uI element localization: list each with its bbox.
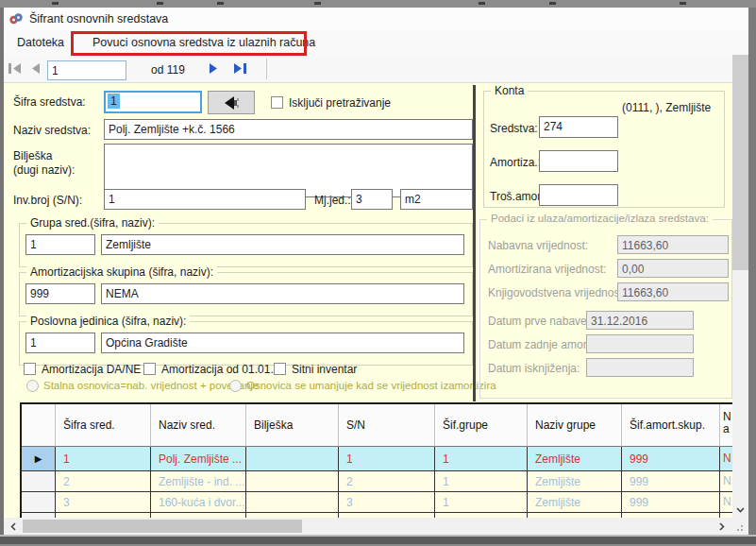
amort-skupina-code-input[interactable]: 999 [25,283,95,304]
poslovna-jedinica-name-input[interactable]: Općina Gradište [101,333,464,353]
grid-cell[interactable]: 999 [622,492,720,513]
window-border-right[interactable] [748,8,756,535]
grid-cell[interactable]: 1 [435,447,528,471]
grid-header-naziv-sred[interactable]: Naziv sred. [151,404,246,447]
grid-cell[interactable]: Polj. Zemljište ... [151,447,246,471]
osnovica-umanjuje-radio[interactable] [229,380,242,392]
grid-header-naziv-grupe[interactable]: Naziv grupe [528,404,622,447]
menu-item-datoteka[interactable]: Datoteka [13,31,68,54]
mj-jed-unit-input[interactable]: m2 [400,189,473,210]
iskljuci-pretrazivanje-checkbox[interactable] [271,96,283,109]
grid-cell[interactable]: 2 [339,471,435,492]
record-position-input[interactable]: 1 [47,60,126,80]
grid-cell[interactable]: 1 [435,492,528,513]
grid-header-sn[interactable]: S/N [339,404,435,447]
scroll-left-button[interactable] [6,520,20,533]
grid-header-sif-amort-skup[interactable]: Šif.amort.skup. [622,404,720,447]
amortizacija-dane-checkbox[interactable] [24,363,36,375]
grid-cell[interactable]: Zemljište - ind. ... [151,471,246,492]
scroll-down-button[interactable] [732,502,748,518]
grid-cell[interactable]: 3 [339,492,435,513]
grid-header-sif-grupe[interactable]: Šif.grupe [435,404,528,447]
grupa-sred-code-input[interactable]: 1 [25,234,95,255]
datum-prve-label: Datum prve nabave: [488,315,590,328]
iskljuci-pretrazivanje-label: Isključi pretraživanje [289,96,391,110]
resize-grip[interactable] [732,520,745,533]
grid-header-sifra-sred[interactable]: Šifra sred. [56,404,151,447]
grid-cell[interactable] [246,471,339,492]
table-row-selected[interactable]: ▶ 1 Polj. Zemljište ... 1 1 Zemljište 99… [22,447,732,471]
grid-cell[interactable]: Zemljište [528,447,622,471]
grupa-sred-name-input[interactable]: Zemljište [101,234,464,255]
row-selector[interactable]: ▶ [22,447,56,471]
lookup-arrow-button[interactable] [208,91,255,114]
record-count-label: od 119 [151,63,185,77]
vertical-scrollbar[interactable] [732,55,748,518]
amortizacija-od-label: Amortizacija od 01.01. [161,363,274,376]
selected-text: 1 [108,94,120,109]
datum-prve-value: 31.12.2016 [586,311,694,330]
sifra-sredstva-input[interactable]: 1 [104,91,202,113]
horizontal-scrollbar[interactable] [4,518,748,535]
grid-cell[interactable]: Zemljište [528,492,622,513]
grid-cell[interactable]: N [720,471,732,492]
screen: { "window": { "title": "Šifrant osnovnih… [0,0,756,546]
nav-previous-button[interactable] [30,62,43,76]
sitni-inventar-label: Sitni inventar [292,363,357,376]
table-row[interactable]: 2 Zemljište - ind. ... 2 1 Zemljište 999… [22,471,732,492]
glyph-fragment [549,2,556,5]
horizontal-scrollbar-thumb[interactable] [23,520,302,533]
grid-cell[interactable]: N [720,492,732,513]
amort-skupina-name-input[interactable]: NEMA [101,283,464,304]
knjigovodstvena-value: 11663,60 [617,282,729,301]
grid-cell[interactable]: 1 [56,447,151,471]
poslovna-jedinica-legend: Poslovna jedinica (šifra, naziv): [26,315,190,328]
grid-header-biljeska[interactable]: Bilješka [246,404,339,447]
grid-cell[interactable]: 1 [435,471,528,492]
nav-next-button[interactable] [208,62,221,76]
grid-cell[interactable]: 999 [622,471,720,492]
grid-cell[interactable]: 3 [56,492,151,513]
grid-cell[interactable]: 999 [622,447,720,471]
table-row[interactable]: 3 160-kuća i dvor... 3 1 Zemljište 999 N [22,492,732,513]
biljeska-label-line2: (dugi naziv): [13,163,75,177]
sitni-inventar-checkbox[interactable] [274,363,286,375]
current-row-arrow-icon: ▶ [35,453,42,464]
grid-cell[interactable]: 2 [56,471,151,492]
amortizacija-od-checkbox[interactable] [143,363,156,375]
datum-isknjizenja-label: Datum isknjiženja: [488,362,580,375]
assets-table: Šifra sred. Naziv sred. Bilješka S/N Šif… [20,402,732,518]
naziv-sredstva-input[interactable]: Polj. Zemljište +k.č. 1566 [104,119,473,140]
stalna-osnovica-radio[interactable] [26,380,39,392]
grid-cell[interactable] [246,492,339,513]
nav-first-button[interactable] [8,62,25,76]
grid-cell[interactable] [246,447,339,471]
grid-cell[interactable]: 160-kuća i dvor... [151,492,246,513]
title-bar[interactable]: Šifrant osnovnih sredstava [4,8,748,30]
nav-last-button[interactable] [232,62,249,76]
amortiza-input[interactable] [539,150,618,172]
grid-header-partial[interactable]: N a [720,404,732,447]
poslovna-jedinica-code-input[interactable]: 1 [25,333,95,353]
scroll-right-button[interactable] [714,520,729,533]
datum-zadnje-value [586,334,694,353]
amort-skupina-groupbox: Amortizacijska skupina (šifra, naziv): 9… [19,272,473,316]
amort-skupina-legend: Amortizacijska skupina (šifra, naziv): [26,265,217,279]
naziv-sredstva-label: Naziv sredstva: [13,124,91,137]
mj-jed-label: Mj.jed.: [314,194,351,207]
resize-grip-icon [732,520,745,533]
vertical-scrollbar-thumb[interactable] [732,55,748,270]
mj-jed-code-input[interactable]: 3 [351,189,393,210]
chevron-right-icon [719,522,725,531]
inv-broj-input[interactable]: 1 [104,189,306,210]
row-selector[interactable] [22,492,56,513]
grid-cell[interactable]: N [720,447,732,471]
grupa-sred-legend: Grupa sred.(šifra, naziv): [26,216,159,230]
sredstva-input[interactable]: 274 [539,116,618,138]
grid-cell[interactable]: Zemljište [528,471,622,492]
grid-cell[interactable]: 1 [339,447,435,471]
app-icon [8,11,24,26]
window-border-bottom[interactable] [0,535,756,546]
row-selector[interactable] [22,471,56,492]
tros-amor-input[interactable] [539,184,618,206]
